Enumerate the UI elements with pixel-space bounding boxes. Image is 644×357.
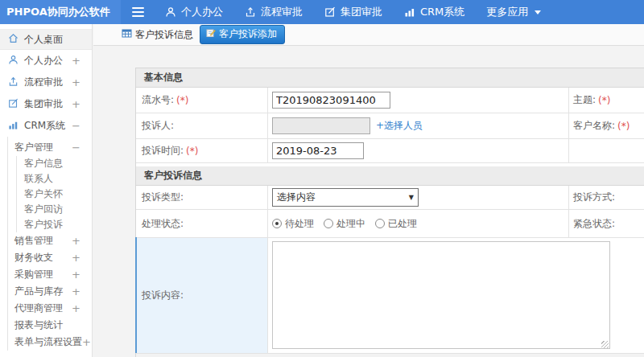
home-icon xyxy=(8,33,19,46)
collapse-toggle: − xyxy=(72,142,92,154)
expand-toggle: + xyxy=(72,235,92,247)
section-header-complaint-info: 客户投诉信息 xyxy=(136,166,644,186)
radio-unselected-icon xyxy=(375,219,385,228)
expand-toggle: + xyxy=(72,76,92,88)
sidebar-item-label: 产品与库存 xyxy=(14,285,72,298)
sidebar-item-crm-system[interactable]: CRM系统 − xyxy=(0,115,92,137)
workflow-share-icon xyxy=(8,76,19,89)
nav-more-apps[interactable]: 更多应用 xyxy=(486,5,541,19)
caret-down-icon: ▼ xyxy=(409,194,414,201)
tab-complaint-list[interactable]: 客户投诉信息 xyxy=(122,28,193,42)
sidebar-item-label: 客户关怀 xyxy=(24,187,63,201)
sidebar-item-label: 代理商管理 xyxy=(14,302,72,315)
customer-name-label-cell: 客户名称: (*) xyxy=(569,113,644,138)
time-field-cell xyxy=(268,139,569,162)
expand-toggle: + xyxy=(72,98,92,110)
radio-selected-icon xyxy=(272,219,282,228)
type-label-cell: 投诉类型: xyxy=(136,186,268,209)
sidebar-item-personal-office[interactable]: 个人办公 + xyxy=(0,50,92,72)
serial-number-input[interactable] xyxy=(272,92,390,109)
nav-label: 个人办公 xyxy=(181,5,223,19)
edit-square-icon xyxy=(324,6,336,18)
complaint-date-input[interactable] xyxy=(272,142,364,159)
status-radio-group: 待处理 处理中 已处理 xyxy=(272,217,417,231)
hamburger-menu-icon[interactable] xyxy=(132,7,144,17)
user-icon xyxy=(165,6,176,18)
sidebar-item-label: 销售管理 xyxy=(14,234,72,248)
sidebar-item-contacts[interactable]: 联系人 xyxy=(17,171,92,187)
radio-label: 待处理 xyxy=(285,217,314,231)
complaint-type-select[interactable]: 选择内容 ▼ xyxy=(272,188,419,207)
tab-complaint-add[interactable]: 客户投诉添加 xyxy=(200,25,285,44)
row-handle-status: 处理状态: 待处理 处理中 已处理 紧急状态: xyxy=(136,210,644,238)
nav-label: CRM系统 xyxy=(420,5,464,19)
complainant-input[interactable] xyxy=(272,117,370,134)
sidebar-item-label: 财务收支 xyxy=(14,251,72,265)
sidebar-item-agent-management[interactable]: 代理商管理 + xyxy=(8,300,92,317)
sidebar-item-reports-statistics[interactable]: 报表与统计 xyxy=(8,317,92,334)
sidebar-item-label: 集团审批 xyxy=(24,97,72,111)
sidebar-item-customer-info[interactable]: 客户信息 xyxy=(17,156,92,171)
section-header-basic-info: 基本信息 xyxy=(136,68,644,88)
radio-processed[interactable]: 已处理 xyxy=(375,217,417,231)
nav-group-approval[interactable]: 集团审批 xyxy=(324,5,382,19)
complainant-label-cell: 投诉人: xyxy=(136,113,268,138)
field-label: 客户名称: xyxy=(573,119,615,133)
focus-edge xyxy=(135,237,137,353)
field-label: 投诉人: xyxy=(142,119,174,133)
expand-toggle: + xyxy=(72,302,92,314)
row-complainant: 投诉人: +选择人员 客户名称: (*) xyxy=(136,113,644,139)
sidebar-item-customer-complaint[interactable]: 客户投诉 xyxy=(17,217,92,232)
row-complaint-time: 投诉时间: (*) xyxy=(136,139,644,163)
sidebar-item-finance[interactable]: 财务收支 + xyxy=(8,249,92,266)
sidebar-item-label: 采购管理 xyxy=(14,268,72,281)
field-label: 投诉内容: xyxy=(142,289,184,302)
field-label: 投诉方式: xyxy=(573,191,615,204)
field-label: 紧急状态: xyxy=(573,217,615,231)
tab-label: 客户投诉信息 xyxy=(135,28,193,42)
nav-workflow-approval[interactable]: 流程审批 xyxy=(245,5,303,19)
sidebar-item-workflow-approval[interactable]: 流程审批 + xyxy=(0,72,92,93)
time-label-cell: 投诉时间: (*) xyxy=(136,139,268,162)
complainant-field-cell: +选择人员 xyxy=(268,113,569,138)
sidebar-item-label: 客户管理 xyxy=(14,141,72,154)
sidebar-item-sales-management[interactable]: 销售管理 + xyxy=(8,232,92,249)
crm-submenu: 客户管理 − 客户信息 联系人 客户关怀 客户回访 客户投诉 销售管理 + xyxy=(7,137,92,351)
customer-submenu: 客户信息 联系人 客户关怀 客户回访 客户投诉 xyxy=(16,156,92,232)
sidebar-item-customer-management[interactable]: 客户管理 − xyxy=(8,138,92,156)
content-label-cell: 投诉内容: xyxy=(136,238,268,353)
table-icon xyxy=(122,28,132,41)
sidebar-item-form-workflow-settings[interactable]: 表单与流程设置 + xyxy=(8,334,92,351)
urgency-label-cell: 紧急状态: xyxy=(569,210,644,237)
nav-label: 流程审批 xyxy=(261,5,303,19)
field-label: 处理状态: xyxy=(142,217,184,231)
sidebar-item-products-inventory[interactable]: 产品与库存 + xyxy=(8,283,92,300)
required-mark: (*) xyxy=(598,95,610,106)
empty-cell xyxy=(569,139,644,162)
nav-crm-system[interactable]: CRM系统 xyxy=(404,5,464,19)
caret-down-icon xyxy=(535,10,541,14)
sidebar-item-customer-care[interactable]: 客户关怀 xyxy=(17,187,92,202)
sidebar-item-customer-revisit[interactable]: 客户回访 xyxy=(17,202,92,217)
radio-label: 处理中 xyxy=(336,217,365,231)
sidebar-item-label: CRM系统 xyxy=(24,119,72,133)
select-person-link[interactable]: +选择人员 xyxy=(376,119,423,133)
bar-chart-icon xyxy=(404,6,415,18)
nav-label: 集团审批 xyxy=(341,5,382,19)
expand-toggle: + xyxy=(72,55,92,67)
complaint-content-textarea[interactable] xyxy=(272,241,610,349)
row-complaint-content: 投诉内容: xyxy=(136,238,644,354)
radio-processing[interactable]: 处理中 xyxy=(324,217,365,231)
sidebar: 个人桌面 个人办公 + 流程审批 + 集团审批 + xyxy=(0,24,93,357)
nav-personal-office[interactable]: 个人办公 xyxy=(165,5,223,19)
status-label-cell: 处理状态: xyxy=(136,210,268,237)
sidebar-item-label: 联系人 xyxy=(24,172,53,186)
required-mark: (*) xyxy=(186,146,198,157)
sidebar-item-purchasing[interactable]: 采购管理 + xyxy=(8,266,92,283)
sidebar-item-group-approval[interactable]: 集团审批 + xyxy=(0,93,92,115)
select-value: 选择内容 xyxy=(277,191,316,204)
sidebar-item-label: 个人桌面 xyxy=(24,33,63,47)
serial-field-cell xyxy=(268,88,569,113)
radio-pending[interactable]: 待处理 xyxy=(272,217,314,231)
sidebar-item-personal-desktop[interactable]: 个人桌面 xyxy=(0,29,92,50)
